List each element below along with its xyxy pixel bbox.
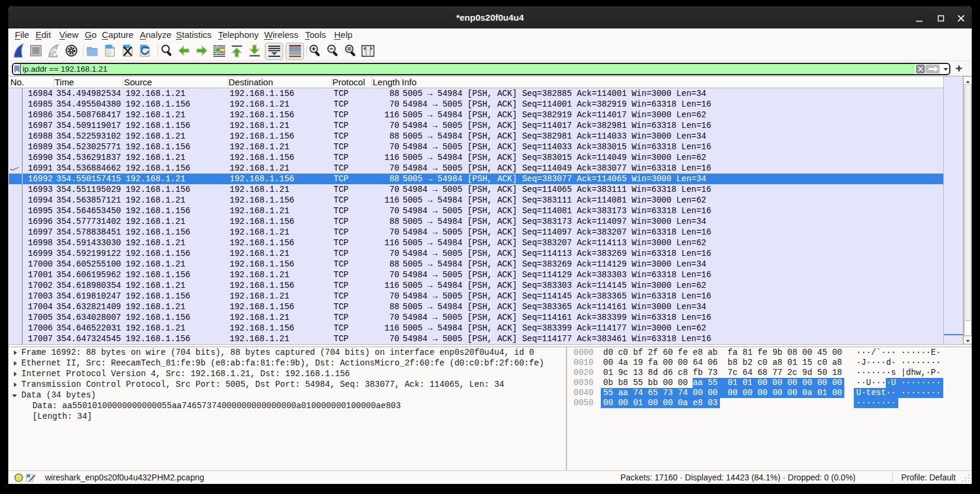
- svg-text:1011: 1011: [107, 53, 111, 56]
